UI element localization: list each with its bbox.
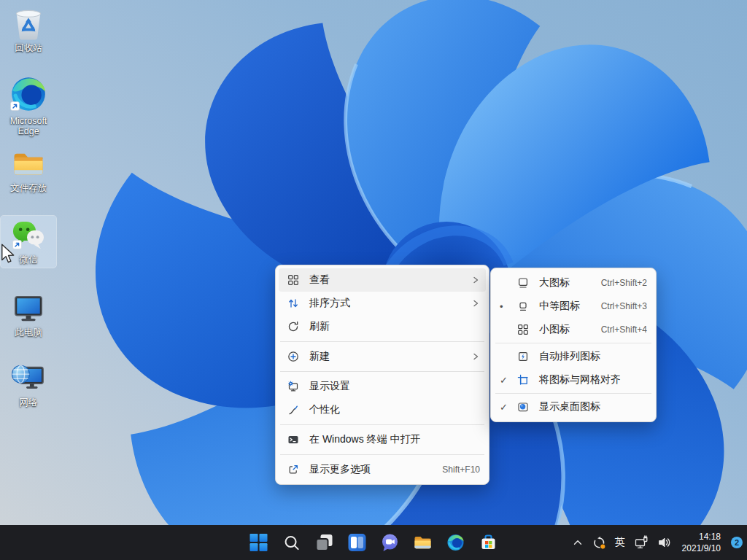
- menu-item-label: 显示设置: [309, 380, 350, 393]
- menu-separator: [280, 371, 484, 372]
- menu-item-show-more-options[interactable]: 显示更多选项 Shift+F10: [279, 458, 486, 481]
- clock-time: 14:18: [682, 531, 721, 542]
- menu-item-new[interactable]: 新建: [279, 345, 486, 368]
- radio-marker: •: [500, 301, 514, 312]
- desktop-icon-label: 微信: [20, 254, 38, 265]
- refresh-icon: [287, 320, 300, 333]
- submenu-item-label: 大图标: [539, 276, 570, 289]
- start-icon: [249, 533, 268, 552]
- submenu-item-auto-arrange[interactable]: 自动排列图标: [494, 345, 653, 368]
- desktop-icon-label: 文件存放: [10, 183, 47, 193]
- taskbar-center-icons: [249, 525, 499, 560]
- input-language-indicator[interactable]: 英: [615, 536, 625, 549]
- chat-icon: [381, 533, 400, 552]
- personalize-brush-icon: [287, 403, 300, 416]
- menu-separator: [280, 341, 484, 342]
- menu-item-label: 新建: [309, 350, 330, 363]
- store-button[interactable]: [479, 532, 499, 553]
- file-explorer-icon: [414, 533, 433, 552]
- menu-separator: [280, 454, 484, 455]
- view-submenu: 大图标 Ctrl+Shift+2 • 中等图标 Ctrl+Shift+3 小图标…: [490, 268, 657, 422]
- store-icon: [479, 533, 498, 552]
- menu-separator: [280, 424, 484, 425]
- menu-item-view[interactable]: 查看: [279, 268, 486, 292]
- submenu-item-shortcut: Ctrl+Shift+3: [594, 301, 647, 311]
- widgets-button[interactable]: [347, 532, 368, 553]
- chevron-right-icon: [471, 352, 480, 361]
- menu-item-personalize[interactable]: 个性化: [279, 398, 486, 421]
- small-icons-icon: [516, 323, 530, 336]
- menu-item-label: 刷新: [309, 320, 330, 333]
- clock-date: 2021/9/10: [682, 542, 721, 554]
- submenu-item-label: 中等图标: [539, 300, 580, 313]
- system-tray: 英 14:18 2021/9/10 2: [572, 525, 743, 560]
- network-icon: [10, 359, 47, 395]
- desktop-icon-files-folder[interactable]: 文件存放: [1, 144, 56, 196]
- windows-update-icon[interactable]: [592, 536, 606, 550]
- edge-button[interactable]: [446, 532, 466, 553]
- menu-item-sort-by[interactable]: 排序方式: [279, 292, 486, 315]
- start-button[interactable]: [249, 532, 269, 553]
- desktop-icon-label: 回收站: [15, 43, 42, 53]
- edge-icon: [446, 533, 465, 552]
- widgets-icon: [348, 533, 367, 552]
- desktop-icon-label: 此电脑: [15, 327, 42, 338]
- this-pc-icon: [12, 292, 45, 325]
- chevron-up-icon[interactable]: [572, 537, 584, 548]
- clock[interactable]: 14:18 2021/9/10: [682, 531, 721, 554]
- chat-button[interactable]: [380, 532, 400, 553]
- desktop-icon-this-pc[interactable]: 此电脑: [1, 289, 56, 341]
- submenu-item-shortcut: Ctrl+Shift+4: [594, 324, 647, 335]
- submenu-item-align-to-grid[interactable]: ✓ 将图标与网格对齐: [494, 368, 653, 392]
- show-desktop-icons-icon: [516, 400, 530, 413]
- menu-item-display-settings[interactable]: 显示设置: [279, 375, 486, 398]
- edge-icon: [9, 74, 48, 114]
- menu-item-open-windows-terminal[interactable]: 在 Windows 终端 中打开: [279, 428, 486, 451]
- menu-item-label: 在 Windows 终端 中打开: [309, 433, 420, 446]
- submenu-item-shortcut: Ctrl+Shift+2: [594, 278, 647, 288]
- windows-desktop: 回收站: [0, 0, 747, 560]
- submenu-item-small-icons[interactable]: 小图标 Ctrl+Shift+4: [494, 318, 653, 341]
- submenu-item-show-desktop-icons[interactable]: ✓ 显示桌面图标: [494, 395, 653, 419]
- menu-item-label: 显示更多选项: [309, 463, 371, 476]
- submenu-item-large-icons[interactable]: 大图标 Ctrl+Shift+2: [494, 271, 653, 295]
- taskbar: 英 14:18 2021/9/10 2: [0, 525, 747, 560]
- medium-icons-icon: [516, 300, 530, 313]
- terminal-icon: [287, 433, 300, 446]
- align-grid-icon: [516, 373, 530, 386]
- task-view-button[interactable]: [314, 532, 335, 553]
- chevron-right-icon: [471, 299, 480, 308]
- shortcut-arrow-icon: [10, 101, 20, 114]
- search-button[interactable]: [282, 532, 302, 553]
- check-marker: ✓: [500, 375, 514, 386]
- submenu-item-label: 显示桌面图标: [539, 400, 600, 413]
- new-plus-icon: [287, 350, 300, 363]
- notification-badge[interactable]: 2: [731, 537, 743, 548]
- menu-separator: [495, 343, 651, 343]
- desktop-icon-recycle-bin[interactable]: 回收站: [1, 4, 56, 56]
- volume-icon[interactable]: [657, 535, 672, 550]
- search-icon: [282, 534, 301, 552]
- context-menu: 查看 排序方式 刷新: [275, 265, 489, 485]
- file-explorer-button[interactable]: [413, 532, 433, 553]
- mouse-cursor: [1, 244, 17, 265]
- folder-icon: [12, 147, 45, 181]
- check-marker: ✓: [500, 402, 514, 413]
- network-tray-icon[interactable]: [634, 535, 649, 550]
- sort-icon: [287, 297, 300, 310]
- menu-item-label: 排序方式: [309, 297, 350, 310]
- large-icons-icon: [516, 276, 530, 289]
- menu-separator: [495, 393, 651, 394]
- task-view-icon: [315, 533, 334, 552]
- desktop-icon-network[interactable]: 网络: [1, 356, 56, 411]
- menu-item-refresh[interactable]: 刷新: [279, 315, 486, 338]
- auto-arrange-icon: [516, 350, 530, 363]
- submenu-item-label: 小图标: [539, 323, 570, 336]
- submenu-item-label: 自动排列图标: [539, 350, 600, 363]
- desktop-icon-label: Microsoft Edge: [1, 116, 55, 137]
- more-options-icon: [287, 463, 300, 476]
- desktop-icon-microsoft-edge[interactable]: Microsoft Edge: [1, 71, 56, 140]
- menu-item-shortcut: Shift+F10: [435, 464, 480, 475]
- submenu-item-label: 将图标与网格对齐: [539, 373, 621, 386]
- submenu-item-medium-icons[interactable]: • 中等图标 Ctrl+Shift+3: [494, 295, 653, 318]
